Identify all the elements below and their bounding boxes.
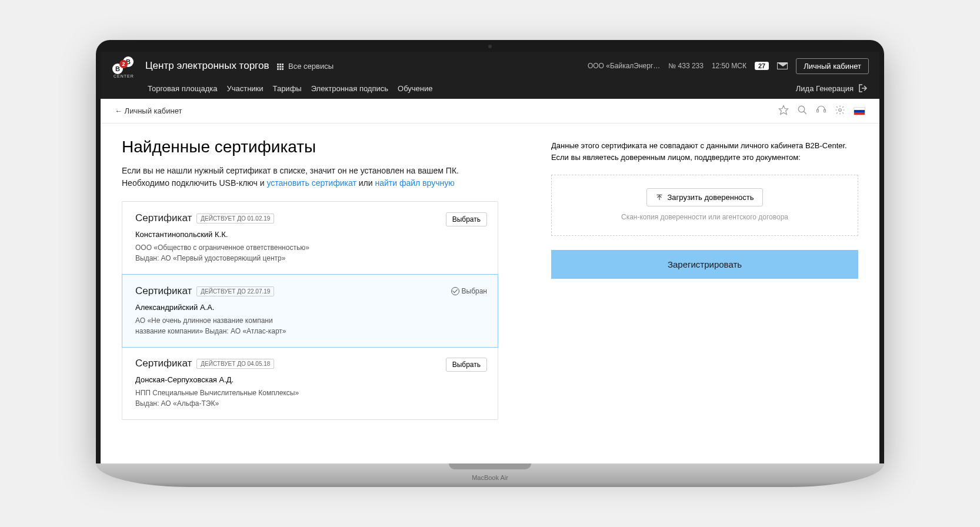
upload-icon	[655, 194, 664, 202]
grid-icon	[277, 64, 284, 70]
certificate-list: Сертификат ДЕЙСТВУЕТ ДО 01.02.19 Выбрать…	[122, 201, 498, 420]
check-circle-icon	[451, 287, 459, 295]
back-link[interactable]: ← Личный кабинет	[115, 106, 182, 115]
search-icon[interactable]	[797, 105, 808, 117]
logo[interactable]: B 2 B CENTER	[111, 56, 137, 75]
all-services-link[interactable]: Все сервисы	[277, 62, 334, 71]
cert-org: АО «Не очень длинное название компаниназ…	[135, 315, 485, 336]
svg-marker-0	[779, 106, 788, 115]
laptop-notch	[449, 463, 531, 469]
brand-title: Центр электронных торгов	[145, 60, 269, 72]
flag-ru-icon[interactable]	[854, 107, 865, 115]
upload-hint: Скан-копия доверенности или агентского д…	[562, 212, 847, 222]
select-cert-button[interactable]: Выбрать	[446, 212, 487, 226]
cert-org: НПП Специальные Вычислительные Комплексы…	[135, 388, 485, 409]
certificate-item[interactable]: Сертификат ДЕЙСТВУЕТ ДО 01.02.19 Выбрать…	[122, 202, 498, 275]
side-notice: Данные этого сертификата не совпадают с …	[551, 140, 858, 163]
intro-text: Если вы не нашли нужный сертификат в спи…	[122, 165, 498, 189]
certificate-item[interactable]: Сертификат ДЕЙСТВУЕТ ДО 04.05.18 Выбрать…	[122, 347, 498, 419]
cert-valid-badge: ДЕЙСТВУЕТ ДО 22.07.19	[196, 286, 274, 296]
company-name: ООО «БайкалЭнерг…	[588, 62, 660, 70]
account-number: № 433 233	[668, 62, 704, 70]
logout-icon[interactable]	[858, 84, 869, 93]
user-name: Лида Генерация	[796, 84, 854, 93]
nav-training[interactable]: Обучение	[398, 84, 432, 93]
support-icon[interactable]	[816, 105, 826, 117]
select-cert-button[interactable]: Выбрать	[446, 358, 487, 372]
install-cert-link[interactable]: установить сертификат	[266, 178, 356, 188]
nav-tariffs[interactable]: Тарифы	[273, 84, 302, 93]
nav-participants[interactable]: Участники	[226, 84, 263, 93]
cert-person: Александрийский А.А.	[135, 303, 485, 312]
logo-badge: 2	[119, 60, 128, 68]
svg-point-5	[839, 109, 842, 112]
cert-person: Донская-Серпуховская А.Д.	[135, 375, 485, 384]
star-icon[interactable]	[778, 105, 789, 117]
svg-line-2	[804, 111, 806, 114]
upload-dropzone[interactable]: Загрузить доверенность Скан-копия довере…	[551, 175, 858, 236]
cert-valid-badge: ДЕЙСТВУЕТ ДО 01.02.19	[196, 214, 274, 224]
mail-icon[interactable]	[777, 62, 788, 69]
camera-dot	[488, 45, 492, 48]
notifications-count[interactable]: 27	[755, 62, 769, 70]
page-title: Найденные сертификаты	[122, 138, 498, 156]
cert-org: ООО «Общество с ограниченное ответственн…	[135, 242, 485, 264]
cert-selected-status: Выбран	[451, 287, 487, 295]
server-time: 12:50 МСК	[712, 62, 746, 70]
cert-title: Сертификат	[135, 285, 192, 297]
gear-icon[interactable]	[835, 105, 845, 117]
register-button[interactable]: Зарегистрировать	[551, 250, 858, 279]
certificate-item[interactable]: Сертификат ДЕЙСТВУЕТ ДО 22.07.19 Выбран …	[122, 274, 498, 348]
svg-point-1	[798, 106, 805, 112]
personal-cabinet-button[interactable]: Личный кабинет	[796, 58, 869, 74]
find-file-link[interactable]: найти файл вручную	[375, 178, 454, 188]
logo-subtext: CENTER	[114, 74, 134, 78]
upload-button[interactable]: Загрузить доверенность	[646, 188, 762, 206]
nav-trading[interactable]: Торговая площадка	[148, 84, 217, 93]
cert-person: Константинопольский К.К.	[135, 230, 485, 239]
nav-esignature[interactable]: Электронная подпись	[311, 84, 388, 93]
cert-valid-badge: ДЕЙСТВУЕТ ДО 04.05.18	[196, 359, 274, 369]
cert-title: Сертификат	[135, 358, 192, 369]
cert-title: Сертификат	[135, 212, 192, 224]
device-label: MacBook Air	[472, 474, 508, 481]
